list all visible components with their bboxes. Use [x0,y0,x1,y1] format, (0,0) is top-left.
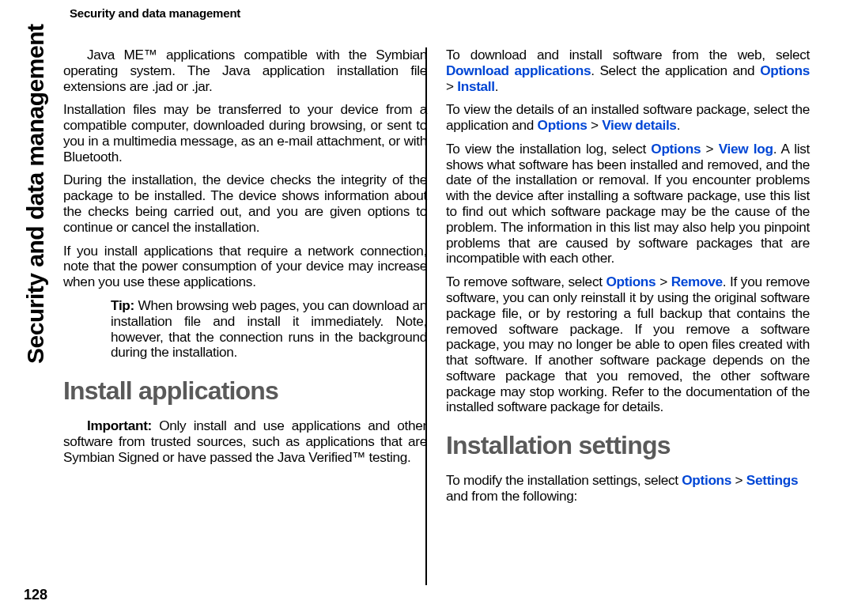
right-column: To download and install software from th… [446,47,810,593]
page: Security and data management Security an… [0,0,854,616]
para-modify-settings: To modify the installation settings, sel… [446,473,810,505]
link-settings: Settings [746,472,798,488]
para-tip: Tip: When browsing web pages, you can do… [63,298,427,361]
para-view-details: To view the details of an installed soft… [446,102,810,134]
link-options: Options [606,274,656,289]
para-download-install: To download and install software from th… [446,47,810,94]
link-view-details: View details [602,117,676,133]
link-download-applications: Download applications [446,62,591,78]
para-java-me: Java ME™ applications compatible with th… [63,47,427,94]
para-important: Important: Only install and use applicat… [63,418,427,465]
link-options: Options [651,141,701,157]
para-install-transfer: Installation files may be transferred to… [63,102,427,164]
heading-installation-settings: Installation settings [446,431,810,460]
link-install: Install [457,78,495,94]
left-column: Java ME™ applications compatible with th… [63,47,427,593]
link-view-log: View log [719,141,773,157]
para-network-power: If you install applications that require… [63,244,427,290]
running-header: Security and data management [70,6,240,20]
tip-label: Tip: [111,297,134,313]
link-options: Options [682,472,731,488]
side-section-label: Security and data management [22,25,49,364]
heading-install-applications: Install applications [63,376,427,406]
para-view-log: To view the installation log, select Opt… [446,142,810,266]
link-remove: Remove [671,274,723,289]
page-number: 128 [24,587,47,603]
para-integrity-check: During the installation, the device chec… [63,172,427,235]
content-columns: Java ME™ applications compatible with th… [63,47,838,593]
para-remove: To remove software, select Options > Rem… [446,274,810,415]
link-options: Options [760,62,810,78]
important-label: Important: [87,418,152,433]
link-options: Options [538,117,588,133]
tip-text: When browsing web pages, you can downloa… [111,297,427,360]
